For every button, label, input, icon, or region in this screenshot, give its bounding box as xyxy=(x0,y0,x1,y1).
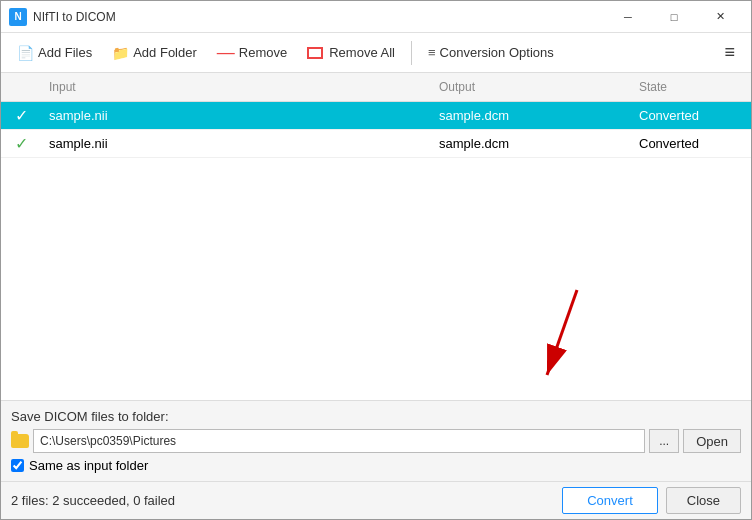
convert-button[interactable]: Convert xyxy=(562,487,658,514)
row-check-icon: ✓ xyxy=(1,106,41,125)
toolbar: 📄 Add Files 📁 Add Folder — Remove Remove… xyxy=(1,33,751,73)
toolbar-separator xyxy=(411,41,412,65)
action-buttons: Convert Close xyxy=(562,487,741,514)
close-window-button[interactable]: ✕ xyxy=(697,1,743,33)
row-state: Converted xyxy=(631,133,751,154)
header-check xyxy=(1,77,41,97)
table-row[interactable]: ✓ sample.nii sample.dcm Converted xyxy=(1,102,751,130)
row-output: sample.dcm xyxy=(431,105,631,126)
add-folder-label: Add Folder xyxy=(133,45,197,60)
row-state: Converted xyxy=(631,105,751,126)
same-folder-checkbox[interactable] xyxy=(11,459,24,472)
menu-button[interactable]: ≡ xyxy=(716,38,743,67)
remove-all-button[interactable]: Remove All xyxy=(299,41,403,64)
header-input: Input xyxy=(41,77,431,97)
minimize-button[interactable]: ─ xyxy=(605,1,651,33)
header-state: State xyxy=(631,77,751,97)
remove-all-icon xyxy=(307,47,323,59)
row-output: sample.dcm xyxy=(431,133,631,154)
app-icon: N xyxy=(9,8,27,26)
row-check-icon: ✓ xyxy=(1,134,41,153)
browse-button[interactable]: ... xyxy=(649,429,679,453)
add-files-icon: 📄 xyxy=(17,45,34,61)
save-folder-label: Save DICOM files to folder: xyxy=(11,409,741,424)
open-folder-button[interactable]: Open xyxy=(683,429,741,453)
add-files-label: Add Files xyxy=(38,45,92,60)
header-output: Output xyxy=(431,77,631,97)
maximize-button[interactable]: □ xyxy=(651,1,697,33)
folder-row: ... Open xyxy=(11,429,741,453)
add-folder-button[interactable]: 📁 Add Folder xyxy=(104,41,205,65)
bottom-section: Save DICOM files to folder: ... Open Sam… xyxy=(1,400,751,481)
folder-path-input[interactable] xyxy=(33,429,645,453)
table-row[interactable]: ✓ sample.nii sample.dcm Converted xyxy=(1,130,751,158)
file-list-header: Input Output State xyxy=(1,73,751,102)
file-list: ✓ sample.nii sample.dcm Converted ✓ samp… xyxy=(1,102,751,400)
status-bar: 2 files: 2 succeeded, 0 failed Convert C… xyxy=(1,481,751,519)
remove-all-label: Remove All xyxy=(329,45,395,60)
add-files-button[interactable]: 📄 Add Files xyxy=(9,41,100,65)
status-text: 2 files: 2 succeeded, 0 failed xyxy=(11,493,562,508)
add-folder-icon: 📁 xyxy=(112,45,129,61)
folder-icon xyxy=(11,434,29,448)
close-button[interactable]: Close xyxy=(666,487,741,514)
row-input: sample.nii xyxy=(41,105,431,126)
remove-label: Remove xyxy=(239,45,287,60)
remove-button[interactable]: — Remove xyxy=(209,38,295,67)
window-controls: ─ □ ✕ xyxy=(605,1,743,33)
title-bar: N NIfTI to DICOM ─ □ ✕ xyxy=(1,1,751,33)
row-input: sample.nii xyxy=(41,133,431,154)
conversion-options-icon: ≡ xyxy=(428,45,436,60)
conversion-options-button[interactable]: ≡ Conversion Options xyxy=(420,41,562,64)
remove-icon: — xyxy=(217,42,235,63)
same-folder-label[interactable]: Same as input folder xyxy=(29,458,148,473)
window-title: NIfTI to DICOM xyxy=(33,10,605,24)
conversion-options-label: Conversion Options xyxy=(440,45,554,60)
same-folder-row: Same as input folder xyxy=(11,458,741,473)
